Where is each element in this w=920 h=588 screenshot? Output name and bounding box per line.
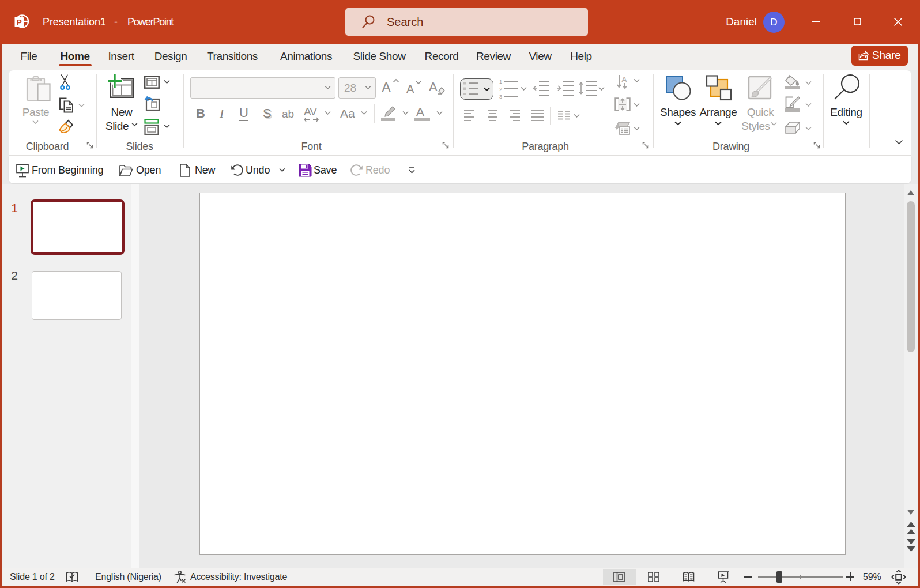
- svg-text:3: 3: [499, 94, 502, 99]
- svg-text:P: P: [17, 18, 22, 27]
- svg-text:A: A: [621, 75, 627, 84]
- svg-text:1: 1: [499, 79, 502, 85]
- svg-text:2: 2: [499, 86, 502, 92]
